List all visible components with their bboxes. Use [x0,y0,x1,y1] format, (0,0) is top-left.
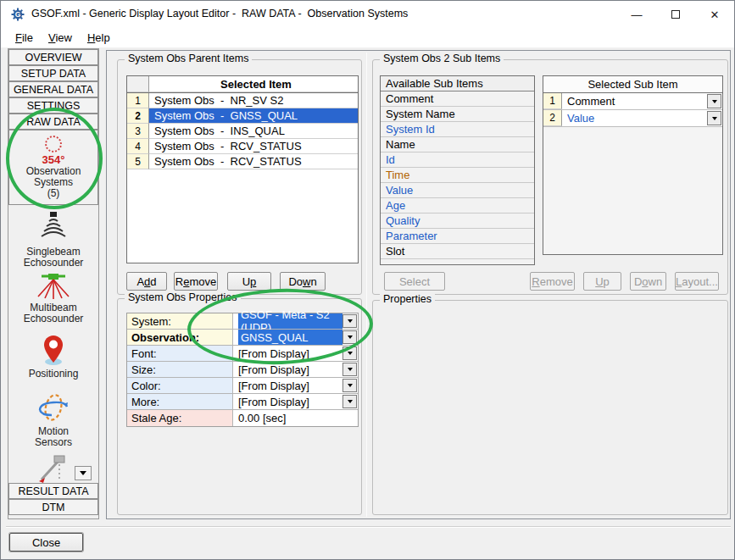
add-button[interactable]: Add [126,272,167,291]
sidebar-item-multibeam-echosounder[interactable]: Multibeam Echosounder [8,273,98,324]
sub-item-combo-arrow-button[interactable] [707,111,721,125]
property-row-stale-age: Stale Age: 0.00 [sec] [127,410,358,426]
sub-down-button[interactable]: Down [630,272,666,291]
property-row-font: Font: [From Display] [127,346,358,362]
heading-circle-icon [45,136,62,152]
close-button[interactable]: Close [9,533,83,552]
font-label: Font: [127,346,233,361]
list-item[interactable]: Parameter [381,229,534,244]
layout-button[interactable]: Layout... [675,272,719,291]
font-combo-arrow-button[interactable] [342,347,357,360]
sidebar-scroll-dropdown-button[interactable] [75,466,92,480]
sub-remove-button[interactable]: Remove [530,272,575,291]
available-sub-items-list: Available Sub Items Comment System Name … [380,75,535,265]
system-combo-arrow-button[interactable] [342,314,357,328]
footer-divider [6,526,731,528]
sidebar-item-overview[interactable]: OVERVIEW [8,49,98,65]
sidebar-item-singlebeam-echosounder[interactable]: Singlebeam Echosounder [8,210,98,269]
svg-text:G: G [15,10,21,19]
sidebar-item-raw-data[interactable]: RAW DATA [8,114,98,130]
available-sub-items-header: Available Sub Items [381,76,534,91]
properties-right-group: Properties [372,300,728,515]
selected-sub-items-table: Selected Sub Item 1 Comment 2 Value [543,75,723,255]
property-row-more: More: [From Display] [127,394,358,410]
table-row[interactable]: 4 System Obs - RCV_STATUS [127,139,358,154]
title-bar: G GSOF.xml - Generic Display Layout Edit… [1,1,734,28]
sub-items-group-title: System Obs 2 Sub Items [380,53,504,64]
menu-view[interactable]: View [41,30,80,46]
more-label: More: [127,394,233,409]
sidebar-item-result-data[interactable]: RESULT DATA [8,483,98,499]
table-row[interactable]: 5 System Obs - RCV_STATUS [127,154,358,169]
close-icon: ✕ [710,8,720,21]
sidebar-item-motion-sensors[interactable]: Motion Sensors [8,391,98,448]
main-panel: System Obs Parent Items Selected Item 1 … [106,50,731,519]
close-window-button[interactable]: ✕ [695,1,734,28]
select-button[interactable]: Select [384,272,445,291]
parent-items-group: System Obs Parent Items Selected Item 1 … [117,59,362,295]
sidebar-item-dtm[interactable]: DTM [8,499,98,515]
system-combo-value[interactable]: GSOF - Meta - S2 (UDP) [238,313,342,329]
sidebar-item-positioning[interactable]: Positioning [8,334,98,380]
menu-help[interactable]: Help [80,30,118,46]
font-combo-value[interactable]: [From Display] [233,346,358,361]
list-item[interactable]: System Name [381,107,534,122]
remove-button[interactable]: Remove [174,272,218,291]
chevron-down-icon [348,319,353,323]
up-button[interactable]: Up [227,272,271,291]
more-combo-arrow-button[interactable] [342,395,357,408]
chevron-down-icon [348,352,353,355]
app-icon: G [11,8,25,21]
sub-items-group: System Obs 2 Sub Items Available Sub Ite… [372,59,728,295]
color-combo-arrow-button[interactable] [342,379,357,392]
down-button[interactable]: Down [280,272,326,291]
minimize-icon: — [632,8,643,21]
table-row[interactable]: 1 Comment [543,93,722,110]
table-row[interactable]: 1 System Obs - NR_SV S2 [127,93,358,108]
sidebar-item-settings[interactable]: SETTINGS [8,97,98,114]
list-item[interactable]: Id [381,152,534,168]
sub-up-button[interactable]: Up [583,272,621,291]
motion-sensors-icon [35,391,72,424]
table-row[interactable]: 3 System Obs - INS_QUAL [127,124,358,139]
list-item[interactable]: Age [381,198,534,213]
menu-bar: File View Help [1,28,734,47]
maximize-button[interactable] [656,1,695,28]
sidebar-item-observation-systems[interactable]: 354° Observation Systems (5) [8,130,98,205]
property-row-observation: Observation: GNSS_QUAL [127,330,358,346]
property-row-color: Color: [From Display] [127,378,358,394]
list-item[interactable]: Quality [381,213,534,229]
stale-age-label: Stale Age: [127,410,233,426]
size-combo-arrow-button[interactable] [342,363,357,376]
table-row-selected[interactable]: 2 System Obs - GNSS_QUAL [127,108,358,124]
sub-item-combo-arrow-button[interactable] [707,94,721,108]
observation-combo-arrow-button[interactable] [342,330,357,344]
minimize-button[interactable]: — [617,1,656,28]
stale-age-value[interactable]: 0.00 [sec] [233,410,358,426]
positioning-icon [42,334,65,366]
list-item[interactable]: System Id [381,122,534,137]
list-item[interactable]: Time [381,168,534,183]
sidebar-item-general-data[interactable]: GENERAL DATA [8,81,98,97]
size-combo-value[interactable]: [From Display] [233,362,358,377]
heading-angle-label: 354° [9,153,97,166]
list-item[interactable]: Name [381,137,534,152]
list-item[interactable]: Value [381,183,534,198]
list-item[interactable]: Slot [381,244,534,259]
chevron-down-icon [712,117,717,120]
selected-item-header: Selected Item [149,76,358,92]
parent-items-table: Selected Item 1 System Obs - NR_SV S2 2 … [126,75,359,263]
sidebar-item-setup-data[interactable]: SETUP DATA [8,65,98,81]
more-combo-value[interactable]: [From Display] [233,394,358,409]
chevron-down-icon [348,384,353,387]
color-combo-value[interactable]: [From Display] [233,378,358,393]
sidebar: OVERVIEW SETUP DATA GENERAL DATA SETTING… [8,48,99,519]
chevron-down-icon [80,471,86,475]
chevron-down-icon [712,100,717,103]
chevron-down-icon [348,335,353,339]
table-row[interactable]: 2 Value [543,110,722,127]
list-item[interactable]: Comment [381,91,534,107]
observation-combo-value[interactable]: GNSS_QUAL [238,330,342,345]
total-station-icon [35,454,72,483]
menu-file[interactable]: File [8,30,41,46]
